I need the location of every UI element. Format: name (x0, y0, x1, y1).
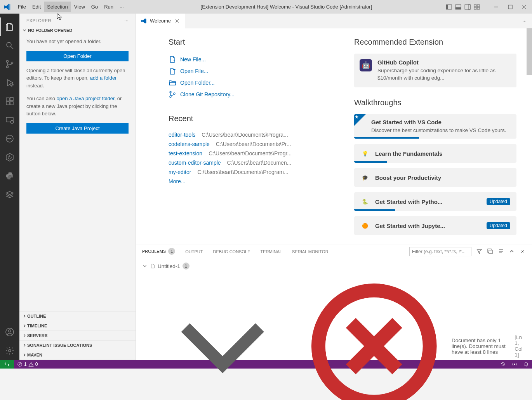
sidebar-msg-java: You can also open a Java project folder,… (26, 95, 129, 118)
sidebar-section-header[interactable]: NO FOLDER OPENED (19, 26, 136, 35)
activity-explorer[interactable] (0, 17, 19, 36)
recent-item[interactable]: custom-editor-sampleC:\Users\beart\Docum… (169, 158, 331, 167)
menu-run[interactable]: Run (101, 2, 116, 12)
activity-remote[interactable] (0, 111, 19, 129)
extension-card-copilot[interactable]: 🤖 GitHub Copilot Supercharge your coding… (354, 54, 516, 87)
tab-welcome[interactable]: Welcome (136, 14, 185, 28)
activity-settings[interactable] (0, 341, 19, 360)
activity-extensions[interactable] (0, 92, 19, 111)
panel-tab-debug[interactable]: DEBUG CONSOLE (213, 245, 250, 258)
problem-file-row[interactable]: Untitled-1 1 (142, 261, 526, 271)
scrollbar[interactable] (527, 28, 532, 75)
start-open-file[interactable]: Open File... (169, 65, 331, 77)
problems-filter-input[interactable] (409, 247, 471, 256)
recent-item[interactable]: codelens-sampleC:\Users\beart\Documents\… (169, 139, 331, 149)
create-java-button[interactable]: Create Java Project (26, 123, 129, 134)
remote-indicator[interactable] (0, 360, 14, 369)
close-icon[interactable] (521, 4, 527, 10)
panel-maximize-icon[interactable] (509, 248, 515, 255)
recent-more-link[interactable]: More... (169, 177, 331, 184)
new-file-icon (169, 56, 176, 63)
activity-account[interactable] (0, 323, 19, 341)
recent-item[interactable]: editor-toolsC:\Users\beart\Documents\Pro… (169, 130, 331, 139)
walk-python[interactable]: 🐍 Get Started with Pytho... Updated (354, 192, 516, 211)
panel-close-icon[interactable] (520, 248, 526, 255)
error-icon (300, 272, 448, 400)
jupyter-icon: 🟠 (360, 221, 370, 230)
sidebar-servers[interactable]: SERVERS (19, 331, 136, 341)
updated-badge: Updated (487, 222, 510, 229)
sidebar-maven[interactable]: MAVEN (19, 350, 136, 360)
editor-more-icon[interactable]: ··· (517, 18, 532, 24)
status-bell[interactable] (520, 362, 532, 367)
ext-title: GitHub Copilot (377, 59, 511, 66)
activity-stack[interactable] (0, 185, 19, 204)
svg-rect-11 (508, 5, 512, 9)
chevron-right-icon (22, 313, 27, 319)
status-radio[interactable] (509, 362, 520, 367)
svg-rect-22 (10, 102, 13, 105)
sidebar-sonarlint[interactable]: SONARLINT ISSUE LOCATIONS (19, 341, 136, 350)
collapse-all-icon[interactable] (487, 248, 493, 255)
svg-rect-1 (446, 5, 448, 9)
status-problems[interactable]: 1 0 (14, 362, 41, 367)
sidebar-explorer: EXPLORER ··· NO FOLDER OPENED You have n… (19, 14, 136, 360)
menu-view[interactable]: View (71, 2, 88, 12)
panel-tab-output[interactable]: OUTPUT (185, 245, 203, 258)
add-folder-link[interactable]: add a folder (90, 75, 117, 81)
bell-icon (523, 362, 529, 367)
panel-tab-terminal[interactable]: TERMINAL (260, 245, 282, 258)
activity-power[interactable] (0, 148, 19, 167)
activity-source-control[interactable] (0, 55, 19, 73)
sidebar-timeline[interactable]: TIMELINE (19, 321, 136, 331)
vscode-icon (141, 18, 147, 24)
open-file-icon (169, 67, 176, 75)
view-as-list-icon[interactable] (498, 248, 504, 255)
broadcast-icon (512, 362, 517, 367)
panel-tab-serial[interactable]: SERIAL MONITOR (292, 245, 329, 258)
walk-get-started[interactable]: ★ Get Started with VS Code Discover the … (354, 114, 516, 139)
activity-run-debug[interactable] (0, 73, 19, 92)
chevron-down-icon (148, 272, 297, 400)
layout-sidebar-right-icon[interactable] (464, 4, 471, 10)
open-java-link[interactable]: open a Java project folder (57, 96, 115, 101)
activity-serial[interactable] (0, 129, 19, 148)
menu-more-icon[interactable]: ··· (116, 2, 127, 12)
start-open-folder[interactable]: Open Folder... (169, 77, 331, 89)
walk-jupyter[interactable]: 🟠 Get Started with Jupyte... Updated (354, 216, 516, 235)
walk-productivity[interactable]: 🎓 Boost your Productivity (354, 168, 516, 187)
minimize-icon[interactable] (493, 4, 499, 10)
activity-search[interactable] (0, 36, 19, 55)
sidebar-more-icon[interactable]: ··· (124, 18, 129, 23)
svg-rect-20 (6, 98, 9, 101)
recent-item[interactable]: test-extensionC:\Users\beart\Documents\P… (169, 149, 331, 158)
svg-rect-9 (477, 7, 480, 9)
recent-item[interactable]: my-editorC:\Users\beart\Documents\Progra… (169, 167, 331, 177)
activity-python[interactable] (0, 167, 19, 185)
svg-point-35 (170, 96, 171, 97)
maximize-icon[interactable] (507, 4, 513, 10)
walk-fundamentals[interactable]: 💡 Learn the Fundamentals (354, 144, 516, 163)
layout-customize-icon[interactable] (474, 4, 480, 10)
layout-panel-icon[interactable] (455, 4, 461, 10)
menu-edit[interactable]: Edit (29, 2, 44, 12)
menu-go[interactable]: Go (88, 2, 101, 12)
svg-point-34 (170, 91, 171, 93)
walk-heading: Walkthroughs (354, 98, 516, 107)
svg-point-14 (7, 42, 11, 47)
layout-sidebar-left-icon[interactable] (446, 4, 452, 10)
panel-tab-problems[interactable]: PROBLEMS1 (142, 245, 175, 258)
start-new-file[interactable]: New File... (169, 54, 331, 65)
sidebar-outline[interactable]: OUTLINE (19, 311, 136, 321)
filter-icon[interactable] (476, 248, 482, 255)
menu-file[interactable]: File (15, 2, 29, 12)
menu-selection[interactable]: Selection (44, 2, 71, 12)
bottom-panel: PROBLEMS1 OUTPUT DEBUG CONSOLE TERMINAL … (136, 245, 532, 360)
start-clone-repo[interactable]: Clone Git Repository... (169, 89, 331, 100)
open-folder-button[interactable]: Open Folder (26, 51, 129, 61)
status-history[interactable] (497, 362, 509, 367)
close-tab-icon[interactable] (174, 18, 180, 24)
warning-icon (28, 362, 34, 367)
problem-item[interactable]: Document has only 1 line(s). Document mu… (142, 271, 526, 400)
chevron-right-icon (22, 323, 27, 329)
